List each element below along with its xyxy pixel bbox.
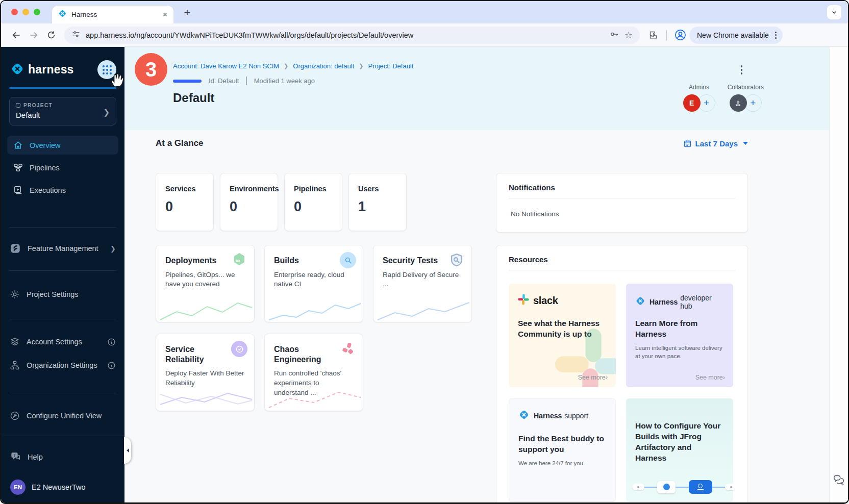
sparkline [265,387,363,411]
sidebar-item-account-settings[interactable]: Account Settings [1,333,124,351]
toolbar-divider [666,30,667,40]
chevron-right-icon: ❯ [110,245,116,253]
project-color-bar [173,80,202,83]
harness-logo-icon [635,296,645,308]
project-id-text: Id: Default [209,77,239,85]
url-text[interactable]: app.harness.io/ng/account/YWdkwNPiTceDUK… [86,31,604,39]
chrome-update-pill[interactable]: New Chrome available [689,27,783,44]
reload-button[interactable] [43,27,59,43]
maximize-window-button[interactable] [34,9,40,15]
extensions-button[interactable] [645,27,661,43]
stat-card-services[interactable]: Services 0 [156,173,214,231]
at-a-glance-title: At a Glance [156,138,204,148]
admins-label: Admins [683,84,715,91]
sidebar-item-label: Account Settings [27,338,101,346]
help-chat-icon: ? [10,451,21,462]
sidebar-item-pipelines[interactable]: Pipelines [7,158,118,177]
brand-suffix-text: developer hub [680,294,724,310]
password-key-icon[interactable] [609,29,619,41]
resource-card-jfrog[interactable]: How to Configure Your Builds with JFrog … [626,398,733,502]
tab-close-icon[interactable]: × [163,11,167,19]
project-selector-value: Default [16,111,110,119]
sidebar-divider [9,319,116,319]
org-chart-icon [10,360,20,370]
security-tests-shield-icon [448,252,465,268]
sidebar-item-project-settings[interactable]: Project Settings [1,285,124,304]
profile-button[interactable] [672,27,688,43]
sparkline [156,298,255,322]
admin-avatar[interactable]: E [683,94,701,112]
module-card-security-tests[interactable]: Security Tests Rapid Delivery of Secure … [373,245,472,322]
module-card-chaos-engineering[interactable]: Chaos Engineering Run controlled 'chaos'… [264,334,363,411]
stat-card-pipelines[interactable]: Pipelines 0 [284,173,342,231]
sidebar-item-overview[interactable]: Overview [7,136,118,155]
project-selector[interactable]: PROJECT Default ❯ [9,97,116,125]
breadcrumb-org-link[interactable]: Organization: default [293,62,354,70]
browser-menu-kebab-icon[interactable] [773,32,779,39]
annotation-step-badge: 3 [135,53,167,86]
sidebar-collapse-handle[interactable] [124,437,131,464]
project-selector-label: PROJECT [23,103,53,108]
module-card-builds[interactable]: Builds Enterprise ready, cloud native CI [264,245,363,322]
address-bar[interactable]: app.harness.io/ng/account/YWdkwNPiTceDUK… [64,27,640,44]
bookmark-star-icon[interactable]: ☆ [625,30,633,41]
pipeline-node-icon [725,484,733,490]
user-profile-item[interactable]: EN E2 NewuserTwo [9,480,116,495]
user-avatar: EN [10,480,26,495]
resource-description: We are here 24/7 for you. [518,459,606,467]
pipeline-diagram [632,480,733,494]
breadcrumb-separator-icon: ❯ [284,63,288,69]
add-admin-button[interactable]: + [698,94,715,112]
builds-icon [340,252,356,268]
close-window-button[interactable] [11,9,18,15]
see-more-link[interactable]: See more› [578,374,608,381]
reload-icon [46,30,56,40]
add-collaborator-button[interactable]: + [744,94,762,112]
breadcrumb-project-link[interactable]: Project: Default [368,62,414,70]
sidebar-item-help[interactable]: ? Help [9,447,116,466]
date-range-selector[interactable]: Last 7 Days [683,139,748,148]
stat-value: 0 [165,199,204,215]
browser-tab[interactable]: Harness × [52,6,173,23]
breadcrumb-account-link[interactable]: Account: Dave Karow E2 Non SCIM [173,62,279,70]
module-description: Deploy Faster With Better Reliability [165,369,245,388]
project-cube-icon [15,103,20,108]
browser-toolbar: app.harness.io/ng/account/YWdkwNPiTceDUK… [1,23,848,47]
pipeline-node-icon [657,481,676,493]
page-options-kebab[interactable] [739,63,745,77]
module-grid-button[interactable] [97,60,116,79]
collaborators-group: Collaborators + [728,84,764,112]
sidebar-item-configure-unified-view[interactable]: Configure Unified View [1,407,124,425]
forward-button[interactable] [26,27,42,43]
module-description: Rapid Delivery of Secure ... [383,270,462,290]
module-card-service-reliability[interactable]: Service Reliability Deploy Faster With B… [156,334,255,411]
resource-title: Find the Best buddy to support you [518,434,606,455]
svg-text:?: ? [13,453,15,457]
home-icon [13,140,23,150]
feature-management-icon [10,243,21,254]
main-content: 3 Account: Dave Karow E2 Non SCIM ❯ Orga… [124,47,829,503]
sidebar-item-executions[interactable]: Executions [7,181,118,199]
chevron-right-icon: ❯ [103,108,110,117]
stat-card-environments[interactable]: Environments 0 [220,173,278,231]
info-icon[interactable] [107,361,116,370]
sidebar-item-organization-settings[interactable]: Organization Settings [1,356,124,374]
resources-title: Resources [509,255,735,264]
see-more-link[interactable]: See more› [695,374,725,381]
resource-card-developer-hub[interactable]: Harness developer hub Learn More from Ha… [626,284,733,387]
collaborator-avatar[interactable] [730,94,747,112]
resource-card-slack[interactable]: slack See what the Harness Community is … [509,284,616,387]
site-settings-icon[interactable] [71,30,81,41]
chat-launcher-button[interactable] [832,473,845,489]
new-tab-button[interactable]: + [181,6,194,19]
resource-card-support[interactable]: Harness support Find the Best buddy to s… [509,398,616,502]
chrome-update-text: New Chrome available [697,31,769,39]
stat-card-users[interactable]: Users 1 [348,173,407,231]
back-button[interactable] [8,27,24,43]
minimize-window-button[interactable] [22,9,29,15]
tab-search-button[interactable] [827,5,841,19]
sidebar-item-feature-management[interactable]: Feature Management ❯ [1,239,124,258]
module-card-deployments[interactable]: Deployments Pipelines, GitOps... we have… [156,245,255,322]
harness-logo-text: harness [28,63,74,77]
info-icon[interactable] [107,338,116,346]
